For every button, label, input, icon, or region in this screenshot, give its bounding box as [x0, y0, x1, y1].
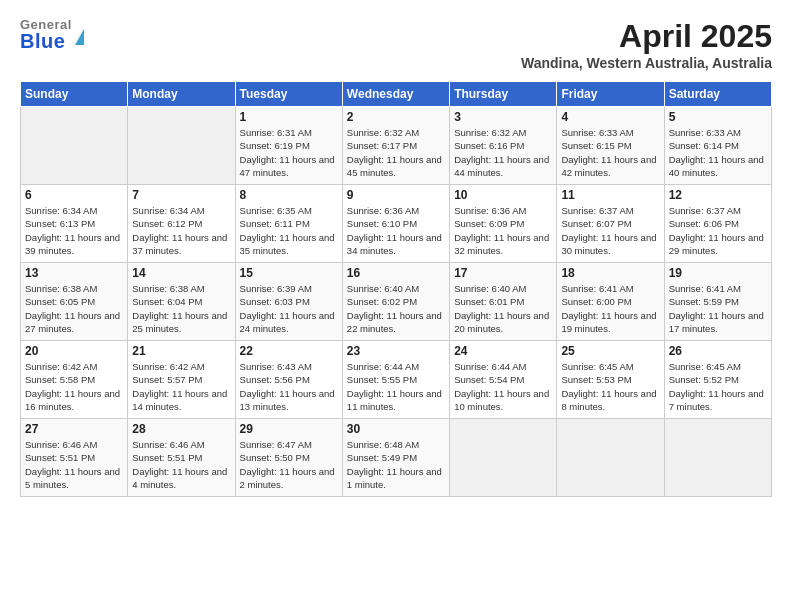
day-number: 30 — [347, 422, 445, 436]
day-info: Sunrise: 6:37 AMSunset: 6:06 PMDaylight:… — [669, 204, 767, 257]
day-number: 29 — [240, 422, 338, 436]
location: Wandina, Western Australia, Australia — [521, 55, 772, 71]
logo: General Blue — [20, 18, 84, 51]
day-number: 10 — [454, 188, 552, 202]
logo-triangle-icon — [75, 29, 84, 45]
day-number: 3 — [454, 110, 552, 124]
day-header-sunday: Sunday — [21, 82, 128, 107]
day-cell: 30Sunrise: 6:48 AMSunset: 5:49 PMDayligh… — [342, 419, 449, 497]
day-cell: 5Sunrise: 6:33 AMSunset: 6:14 PMDaylight… — [664, 107, 771, 185]
day-info: Sunrise: 6:41 AMSunset: 6:00 PMDaylight:… — [561, 282, 659, 335]
month-year: April 2025 — [521, 18, 772, 55]
day-cell: 1Sunrise: 6:31 AMSunset: 6:19 PMDaylight… — [235, 107, 342, 185]
day-cell — [664, 419, 771, 497]
day-cell — [21, 107, 128, 185]
day-number: 7 — [132, 188, 230, 202]
calendar-table: SundayMondayTuesdayWednesdayThursdayFrid… — [20, 81, 772, 497]
day-info: Sunrise: 6:32 AMSunset: 6:16 PMDaylight:… — [454, 126, 552, 179]
day-number: 9 — [347, 188, 445, 202]
day-info: Sunrise: 6:45 AMSunset: 5:53 PMDaylight:… — [561, 360, 659, 413]
day-number: 12 — [669, 188, 767, 202]
day-header-friday: Friday — [557, 82, 664, 107]
day-header-row: SundayMondayTuesdayWednesdayThursdayFrid… — [21, 82, 772, 107]
day-info: Sunrise: 6:32 AMSunset: 6:17 PMDaylight:… — [347, 126, 445, 179]
day-info: Sunrise: 6:33 AMSunset: 6:14 PMDaylight:… — [669, 126, 767, 179]
day-cell: 20Sunrise: 6:42 AMSunset: 5:58 PMDayligh… — [21, 341, 128, 419]
day-number: 6 — [25, 188, 123, 202]
day-number: 16 — [347, 266, 445, 280]
day-info: Sunrise: 6:39 AMSunset: 6:03 PMDaylight:… — [240, 282, 338, 335]
week-row-1: 1Sunrise: 6:31 AMSunset: 6:19 PMDaylight… — [21, 107, 772, 185]
day-info: Sunrise: 6:47 AMSunset: 5:50 PMDaylight:… — [240, 438, 338, 491]
day-cell: 8Sunrise: 6:35 AMSunset: 6:11 PMDaylight… — [235, 185, 342, 263]
day-info: Sunrise: 6:33 AMSunset: 6:15 PMDaylight:… — [561, 126, 659, 179]
day-number: 28 — [132, 422, 230, 436]
day-cell: 13Sunrise: 6:38 AMSunset: 6:05 PMDayligh… — [21, 263, 128, 341]
day-info: Sunrise: 6:36 AMSunset: 6:09 PMDaylight:… — [454, 204, 552, 257]
day-cell: 18Sunrise: 6:41 AMSunset: 6:00 PMDayligh… — [557, 263, 664, 341]
week-row-4: 20Sunrise: 6:42 AMSunset: 5:58 PMDayligh… — [21, 341, 772, 419]
day-cell — [128, 107, 235, 185]
day-cell: 28Sunrise: 6:46 AMSunset: 5:51 PMDayligh… — [128, 419, 235, 497]
day-number: 24 — [454, 344, 552, 358]
logo-bottom: Blue — [20, 31, 72, 51]
day-info: Sunrise: 6:37 AMSunset: 6:07 PMDaylight:… — [561, 204, 659, 257]
day-cell: 3Sunrise: 6:32 AMSunset: 6:16 PMDaylight… — [450, 107, 557, 185]
day-info: Sunrise: 6:31 AMSunset: 6:19 PMDaylight:… — [240, 126, 338, 179]
day-info: Sunrise: 6:35 AMSunset: 6:11 PMDaylight:… — [240, 204, 338, 257]
day-info: Sunrise: 6:40 AMSunset: 6:02 PMDaylight:… — [347, 282, 445, 335]
week-row-2: 6Sunrise: 6:34 AMSunset: 6:13 PMDaylight… — [21, 185, 772, 263]
day-cell: 23Sunrise: 6:44 AMSunset: 5:55 PMDayligh… — [342, 341, 449, 419]
day-number: 5 — [669, 110, 767, 124]
day-number: 19 — [669, 266, 767, 280]
day-number: 2 — [347, 110, 445, 124]
day-cell: 10Sunrise: 6:36 AMSunset: 6:09 PMDayligh… — [450, 185, 557, 263]
day-number: 17 — [454, 266, 552, 280]
day-cell: 14Sunrise: 6:38 AMSunset: 6:04 PMDayligh… — [128, 263, 235, 341]
day-cell: 19Sunrise: 6:41 AMSunset: 5:59 PMDayligh… — [664, 263, 771, 341]
day-cell: 24Sunrise: 6:44 AMSunset: 5:54 PMDayligh… — [450, 341, 557, 419]
day-cell: 22Sunrise: 6:43 AMSunset: 5:56 PMDayligh… — [235, 341, 342, 419]
day-info: Sunrise: 6:46 AMSunset: 5:51 PMDaylight:… — [25, 438, 123, 491]
day-header-monday: Monday — [128, 82, 235, 107]
day-cell: 4Sunrise: 6:33 AMSunset: 6:15 PMDaylight… — [557, 107, 664, 185]
day-cell: 7Sunrise: 6:34 AMSunset: 6:12 PMDaylight… — [128, 185, 235, 263]
day-number: 21 — [132, 344, 230, 358]
day-number: 25 — [561, 344, 659, 358]
day-cell: 6Sunrise: 6:34 AMSunset: 6:13 PMDaylight… — [21, 185, 128, 263]
day-info: Sunrise: 6:46 AMSunset: 5:51 PMDaylight:… — [132, 438, 230, 491]
day-header-wednesday: Wednesday — [342, 82, 449, 107]
day-cell: 26Sunrise: 6:45 AMSunset: 5:52 PMDayligh… — [664, 341, 771, 419]
day-cell: 15Sunrise: 6:39 AMSunset: 6:03 PMDayligh… — [235, 263, 342, 341]
day-info: Sunrise: 6:42 AMSunset: 5:58 PMDaylight:… — [25, 360, 123, 413]
day-number: 13 — [25, 266, 123, 280]
day-info: Sunrise: 6:40 AMSunset: 6:01 PMDaylight:… — [454, 282, 552, 335]
logo-text: General Blue — [20, 18, 72, 51]
day-number: 18 — [561, 266, 659, 280]
day-cell — [557, 419, 664, 497]
day-info: Sunrise: 6:38 AMSunset: 6:04 PMDaylight:… — [132, 282, 230, 335]
day-cell: 21Sunrise: 6:42 AMSunset: 5:57 PMDayligh… — [128, 341, 235, 419]
title-block: April 2025 Wandina, Western Australia, A… — [521, 18, 772, 71]
day-cell — [450, 419, 557, 497]
week-row-5: 27Sunrise: 6:46 AMSunset: 5:51 PMDayligh… — [21, 419, 772, 497]
day-number: 20 — [25, 344, 123, 358]
day-number: 4 — [561, 110, 659, 124]
day-info: Sunrise: 6:48 AMSunset: 5:49 PMDaylight:… — [347, 438, 445, 491]
day-number: 1 — [240, 110, 338, 124]
day-info: Sunrise: 6:44 AMSunset: 5:55 PMDaylight:… — [347, 360, 445, 413]
day-cell: 16Sunrise: 6:40 AMSunset: 6:02 PMDayligh… — [342, 263, 449, 341]
day-info: Sunrise: 6:44 AMSunset: 5:54 PMDaylight:… — [454, 360, 552, 413]
day-cell: 9Sunrise: 6:36 AMSunset: 6:10 PMDaylight… — [342, 185, 449, 263]
day-cell: 25Sunrise: 6:45 AMSunset: 5:53 PMDayligh… — [557, 341, 664, 419]
day-info: Sunrise: 6:34 AMSunset: 6:13 PMDaylight:… — [25, 204, 123, 257]
day-cell: 12Sunrise: 6:37 AMSunset: 6:06 PMDayligh… — [664, 185, 771, 263]
day-info: Sunrise: 6:34 AMSunset: 6:12 PMDaylight:… — [132, 204, 230, 257]
day-header-tuesday: Tuesday — [235, 82, 342, 107]
day-header-thursday: Thursday — [450, 82, 557, 107]
day-cell: 17Sunrise: 6:40 AMSunset: 6:01 PMDayligh… — [450, 263, 557, 341]
day-cell: 27Sunrise: 6:46 AMSunset: 5:51 PMDayligh… — [21, 419, 128, 497]
day-info: Sunrise: 6:45 AMSunset: 5:52 PMDaylight:… — [669, 360, 767, 413]
day-info: Sunrise: 6:36 AMSunset: 6:10 PMDaylight:… — [347, 204, 445, 257]
day-number: 11 — [561, 188, 659, 202]
